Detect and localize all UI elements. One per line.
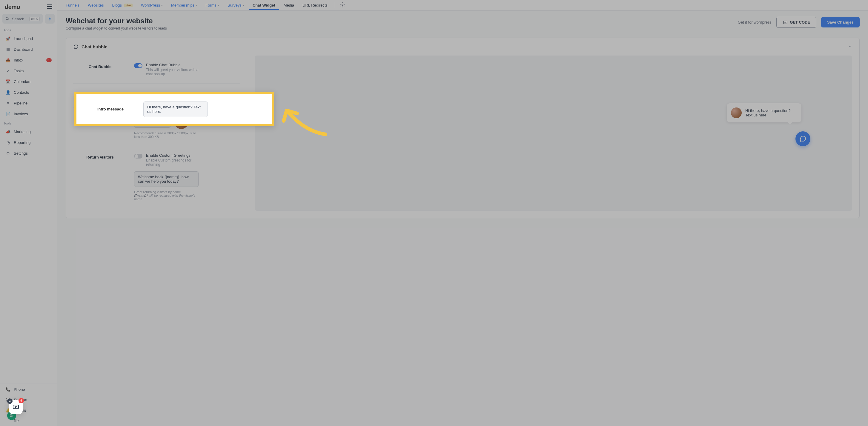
returning-message-input[interactable] xyxy=(134,171,198,187)
chevron-down-icon: ▾ xyxy=(161,4,163,7)
row-return-visitors: Return visitors Enable Custom Greetings … xyxy=(73,146,240,208)
nav-pipeline[interactable]: ▼Pipeline xyxy=(2,98,55,108)
tab-surveys[interactable]: Surveys▾ xyxy=(224,1,248,10)
float-badge-2: 6 xyxy=(19,398,24,403)
page-title: Webchat for your website xyxy=(66,17,167,25)
section-title: Chat bubble xyxy=(82,44,107,49)
calendar-icon: 📅 xyxy=(5,79,11,84)
tab-websites[interactable]: Websites xyxy=(84,1,107,10)
svg-point-1 xyxy=(342,4,343,6)
settings-icon[interactable] xyxy=(340,2,345,8)
card-header[interactable]: Chat bubble xyxy=(66,38,859,56)
nav-marketing[interactable]: 📣Marketing xyxy=(2,127,55,137)
chart-icon: ◔ xyxy=(5,140,11,145)
code-icon xyxy=(783,20,788,25)
nav-inbox[interactable]: 📥Inbox1 xyxy=(2,55,55,65)
return-visitors-label: Return visitors xyxy=(73,153,127,159)
chat-bubble-label: Chat Bubble xyxy=(73,63,127,69)
chevron-down-icon xyxy=(847,44,852,50)
funnel-icon: ▼ xyxy=(5,100,11,106)
document-icon: 📄 xyxy=(5,111,11,117)
custom-greetings-desc: Enable Custom greetings for returning xyxy=(146,158,206,167)
wordpress-link[interactable]: Get it for wordpress xyxy=(738,20,772,25)
preview-bubble: Hi there, have a question? Text us here. xyxy=(727,103,801,122)
chevron-down-icon: ▾ xyxy=(195,4,197,7)
preview-avatar xyxy=(731,107,742,118)
svg-rect-3 xyxy=(13,405,19,409)
nav-phone[interactable]: 📞Phone xyxy=(2,384,55,394)
nav-calendars[interactable]: 📅Calendars xyxy=(2,76,55,87)
search-shortcut: ctrl K xyxy=(29,17,40,21)
nav-reporting[interactable]: ◔Reporting xyxy=(2,137,55,148)
phone-icon: 📞 xyxy=(5,387,11,392)
avatar-hint: Recommended size is 300px * 300px, size … xyxy=(134,131,198,138)
megaphone-icon: 📣 xyxy=(5,129,11,134)
search-placeholder: Search xyxy=(12,17,24,21)
chat-icon xyxy=(12,404,20,411)
highlighted-intro-row: Intro message xyxy=(74,92,274,126)
tab-funnels[interactable]: Funnels xyxy=(62,1,83,10)
divider xyxy=(335,2,335,8)
section-tools: Tools xyxy=(0,119,57,126)
page-header: Webchat for your website Configure a cha… xyxy=(57,11,868,34)
row-chat-bubble: Chat Bubble Enable Chat Bubble This will… xyxy=(73,56,240,84)
nav-invoices[interactable]: 📄Invoices xyxy=(2,109,55,119)
search-input[interactable]: Search ctrl K xyxy=(2,14,43,24)
tab-chat-widget[interactable]: Chat Widget xyxy=(249,1,279,10)
preview-panel: Hi there, have a question? Text us here. xyxy=(255,56,852,211)
menu-toggle-icon[interactable] xyxy=(47,4,52,9)
enable-chat-bubble-toggle[interactable] xyxy=(134,63,143,68)
floating-chat-widget[interactable]: 4 6 xyxy=(9,400,23,414)
preview-chat-fab[interactable] xyxy=(796,131,810,146)
float-badge-1: 4 xyxy=(7,398,12,404)
section-apps: Apps xyxy=(0,26,57,33)
quick-action-button[interactable] xyxy=(45,14,55,24)
sidebar: demo Search ctrl K Apps 🚀Launchpad ▦Dash… xyxy=(0,0,57,426)
enable-chat-bubble-desc: This will greet your visitors with a cha… xyxy=(146,68,206,76)
nav-contacts[interactable]: 👤Contacts xyxy=(2,87,55,97)
tab-wordpress[interactable]: WordPress▾ xyxy=(137,1,166,10)
annotation-arrow xyxy=(275,96,334,140)
enable-custom-greetings-toggle[interactable] xyxy=(134,154,143,159)
tab-redirects[interactable]: URL Redirects xyxy=(299,1,331,10)
main-content: Funnels Websites BlogsNew WordPress▾ Mem… xyxy=(57,0,868,426)
chevron-down-icon: ▾ xyxy=(243,4,244,7)
tab-memberships[interactable]: Memberships▾ xyxy=(167,1,200,10)
preview-bubble-text: Hi there, have a question? Text us here. xyxy=(745,108,796,117)
grid-icon: ▦ xyxy=(5,46,11,52)
tab-forms[interactable]: Forms▾ xyxy=(202,1,223,10)
top-tabs: Funnels Websites BlogsNew WordPress▾ Mem… xyxy=(57,0,868,11)
new-pill: New xyxy=(124,4,132,7)
nav-dashboard[interactable]: ▦Dashboard xyxy=(2,44,55,54)
brand-logo: demo xyxy=(5,4,20,10)
chat-icon xyxy=(799,135,806,142)
chat-bubble-card: Chat bubble Chat Bubble xyxy=(66,38,860,218)
tab-blogs[interactable]: BlogsNew xyxy=(108,1,136,10)
svg-point-0 xyxy=(6,17,8,20)
rocket-icon: 🚀 xyxy=(5,36,11,41)
custom-greetings-title: Enable Custom Greetings xyxy=(146,153,206,158)
get-code-button[interactable]: GET CODE xyxy=(776,17,816,28)
save-button[interactable]: Save Changes xyxy=(821,17,860,28)
user-icon: 👤 xyxy=(5,90,11,95)
chat-bubble-icon xyxy=(73,44,79,50)
search-icon xyxy=(5,17,9,21)
gear-icon: ⚙ xyxy=(5,151,11,156)
intro-label: Intro message xyxy=(84,107,143,111)
bolt-icon xyxy=(48,17,52,21)
returning-hint: Greet returning visitors by name {{name}… xyxy=(134,190,198,201)
nav-settings[interactable]: ⚙Settings xyxy=(2,148,55,158)
enable-chat-bubble-title: Enable Chat Bubble xyxy=(146,63,206,67)
nav-launchpad[interactable]: 🚀Launchpad xyxy=(2,33,55,43)
check-icon: ✓ xyxy=(5,68,11,73)
tab-media[interactable]: Media xyxy=(280,1,298,10)
intro-message-input[interactable] xyxy=(143,101,208,117)
page-subtitle: Configure a chat widget to convert your … xyxy=(66,26,167,30)
inbox-badge: 1 xyxy=(46,58,52,62)
chevron-down-icon: ▾ xyxy=(218,4,219,7)
inbox-icon: 📥 xyxy=(5,57,11,63)
nav-tasks[interactable]: ✓Tasks xyxy=(2,66,55,76)
svg-rect-2 xyxy=(783,21,787,24)
